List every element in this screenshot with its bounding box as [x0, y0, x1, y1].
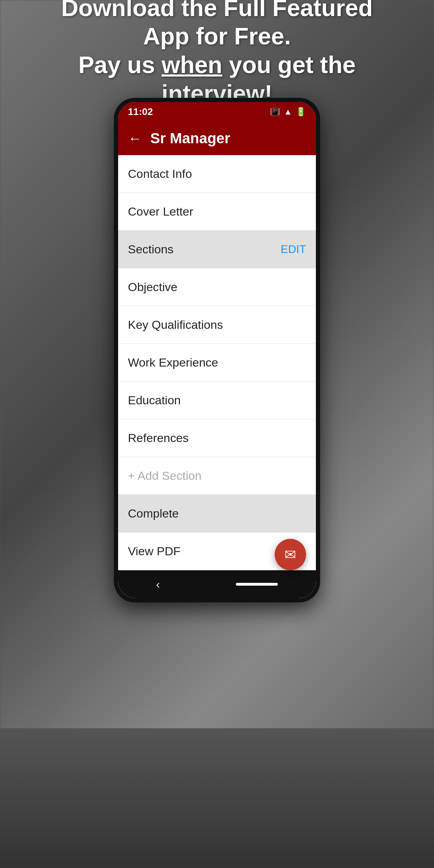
promo-pay: Pay us: [78, 51, 161, 78]
contact-info-label: Contact Info: [128, 167, 192, 181]
cover-letter-label: Cover Letter: [128, 205, 193, 218]
nav-back-icon[interactable]: ‹: [156, 578, 160, 591]
menu-item-sections[interactable]: Sections EDIT: [118, 231, 316, 268]
promo-line2: App for Free.: [143, 23, 291, 49]
app-toolbar: ← Sr Manager: [118, 122, 316, 155]
work-experience-label: Work Experience: [128, 356, 218, 369]
menu-list: Contact Info Cover Letter Sections EDIT …: [118, 155, 316, 570]
sections-label: Sections: [128, 243, 173, 256]
promo-text: Download the Full Featured App for Free.…: [21, 0, 413, 108]
screen-title: Sr Manager: [150, 130, 230, 147]
education-label: Education: [128, 393, 181, 407]
menu-item-complete[interactable]: Complete: [118, 495, 316, 533]
email-icon: ✉: [284, 547, 296, 563]
back-button[interactable]: ←: [128, 131, 142, 146]
phone-device: 11:02 📳 ▲ 🔋 ← Sr Manager Contact Info Co…: [114, 98, 320, 602]
objective-label: Objective: [128, 280, 178, 294]
nav-home-pill[interactable]: [236, 583, 278, 586]
add-section-label: + Add Section: [128, 469, 202, 483]
menu-item-references[interactable]: References: [118, 419, 316, 457]
key-qualifications-label: Key Qualifications: [128, 318, 223, 332]
promo-when: when: [161, 51, 222, 78]
sections-edit-button[interactable]: EDIT: [281, 243, 306, 256]
vibrate-icon: 📳: [270, 107, 280, 117]
menu-item-add-section[interactable]: + Add Section: [118, 457, 316, 495]
status-time: 11:02: [128, 106, 153, 117]
menu-item-education[interactable]: Education: [118, 382, 316, 419]
menu-item-key-qualifications[interactable]: Key Qualifications: [118, 306, 316, 344]
menu-item-work-experience[interactable]: Work Experience: [118, 344, 316, 382]
phone-screen: 11:02 📳 ▲ 🔋 ← Sr Manager Contact Info Co…: [118, 102, 316, 598]
promo-line1: Download the Full Featured: [61, 0, 373, 21]
status-bar: 11:02 📳 ▲ 🔋: [118, 102, 316, 122]
below-phone-area: [0, 728, 434, 868]
wifi-icon: ▲: [284, 107, 292, 117]
menu-item-objective[interactable]: Objective: [118, 268, 316, 306]
status-icons: 📳 ▲ 🔋: [270, 107, 306, 117]
promo-section: Download the Full Featured App for Free.…: [0, 0, 434, 101]
menu-item-cover-letter[interactable]: Cover Letter: [118, 193, 316, 231]
phone-outer-shell: 11:02 📳 ▲ 🔋 ← Sr Manager Contact Info Co…: [114, 98, 320, 602]
view-pdf-label: View PDF: [128, 544, 181, 558]
references-label: References: [128, 431, 189, 445]
complete-label: Complete: [128, 507, 179, 520]
bottom-navigation: ‹: [118, 570, 316, 598]
email-fab-button[interactable]: ✉: [275, 539, 306, 570]
battery-icon: 🔋: [296, 107, 306, 117]
menu-item-contact-info[interactable]: Contact Info: [118, 155, 316, 193]
